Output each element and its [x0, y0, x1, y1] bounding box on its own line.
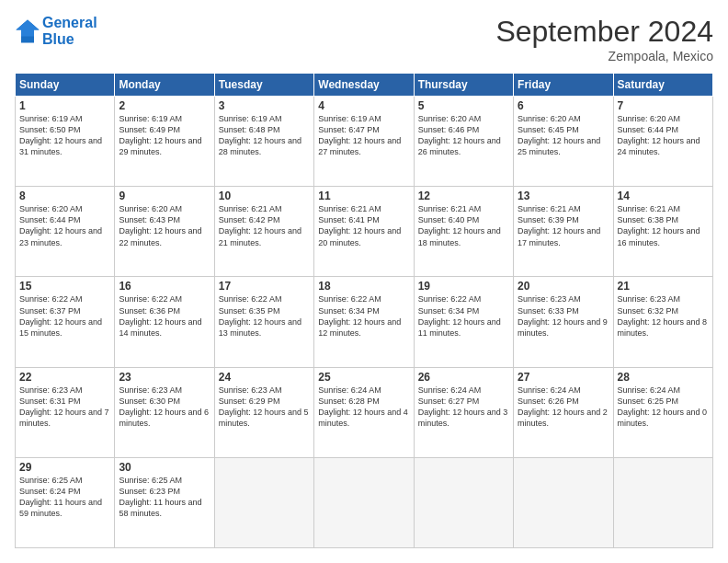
- day-info: Sunrise: 6:22 AMSunset: 6:34 PMDaylight:…: [418, 293, 509, 339]
- page: General Blue September 2024 Zempoala, Me…: [0, 0, 728, 563]
- day-number: 27: [518, 371, 609, 384]
- day-info: Sunrise: 6:21 AMSunset: 6:39 PMDaylight:…: [518, 203, 609, 248]
- day-number: 22: [19, 371, 110, 384]
- day-info: Sunrise: 6:20 AMSunset: 6:45 PMDaylight:…: [518, 113, 609, 158]
- calendar-cell: 29 Sunrise: 6:25 AMSunset: 6:24 PMDaylig…: [16, 457, 115, 547]
- calendar-cell: 2 Sunrise: 6:19 AMSunset: 6:49 PMDayligh…: [115, 97, 214, 187]
- calendar-cell: [514, 457, 613, 547]
- day-number: 15: [19, 280, 110, 293]
- day-number: 1: [19, 99, 110, 112]
- day-number: 11: [318, 190, 409, 202]
- calendar-cell: 24 Sunrise: 6:23 AMSunset: 6:29 PMDaylig…: [214, 367, 313, 457]
- day-info: Sunrise: 6:21 AMSunset: 6:42 PMDaylight:…: [219, 203, 310, 248]
- calendar-cell: 28 Sunrise: 6:24 AMSunset: 6:25 PMDaylig…: [613, 367, 712, 457]
- calendar-cell: [414, 457, 513, 547]
- col-tuesday: Tuesday: [214, 74, 313, 97]
- calendar-cell: 25 Sunrise: 6:24 AMSunset: 6:28 PMDaylig…: [314, 367, 414, 457]
- day-info: Sunrise: 6:21 AMSunset: 6:38 PMDaylight:…: [618, 203, 709, 248]
- day-number: 8: [19, 190, 110, 202]
- calendar-cell: 23 Sunrise: 6:23 AMSunset: 6:30 PMDaylig…: [115, 367, 214, 457]
- day-info: Sunrise: 6:24 AMSunset: 6:27 PMDaylight:…: [418, 385, 509, 430]
- day-info: Sunrise: 6:19 AMSunset: 6:49 PMDaylight:…: [119, 113, 210, 158]
- col-sunday: Sunday: [16, 74, 115, 97]
- calendar-row: 15 Sunrise: 6:22 AMSunset: 6:37 PMDaylig…: [16, 277, 713, 367]
- col-thursday: Thursday: [414, 74, 513, 97]
- calendar-cell: 7 Sunrise: 6:20 AMSunset: 6:44 PMDayligh…: [613, 97, 712, 187]
- col-friday: Friday: [514, 74, 613, 97]
- calendar-cell: [613, 457, 712, 547]
- calendar-row: 1 Sunrise: 6:19 AMSunset: 6:50 PMDayligh…: [16, 97, 713, 187]
- svg-marker-1: [16, 19, 39, 36]
- calendar-row: 8 Sunrise: 6:20 AMSunset: 6:44 PMDayligh…: [16, 187, 713, 277]
- day-number: 14: [618, 190, 709, 202]
- day-info: Sunrise: 6:24 AMSunset: 6:28 PMDaylight:…: [318, 385, 409, 430]
- calendar-cell: 22 Sunrise: 6:23 AMSunset: 6:31 PMDaylig…: [16, 367, 115, 457]
- day-info: Sunrise: 6:22 AMSunset: 6:37 PMDaylight:…: [19, 293, 110, 339]
- day-number: 26: [418, 371, 509, 384]
- day-number: 9: [119, 190, 210, 202]
- day-info: Sunrise: 6:24 AMSunset: 6:25 PMDaylight:…: [618, 385, 709, 430]
- day-number: 25: [318, 371, 409, 384]
- calendar-cell: 18 Sunrise: 6:22 AMSunset: 6:34 PMDaylig…: [314, 277, 414, 367]
- calendar-cell: [314, 457, 414, 547]
- day-info: Sunrise: 6:24 AMSunset: 6:26 PMDaylight:…: [518, 385, 609, 430]
- day-info: Sunrise: 6:23 AMSunset: 6:33 PMDaylight:…: [518, 293, 609, 339]
- day-number: 19: [418, 280, 509, 293]
- day-info: Sunrise: 6:25 AMSunset: 6:23 PMDaylight:…: [119, 475, 210, 520]
- calendar-header-row: Sunday Monday Tuesday Wednesday Thursday…: [16, 74, 713, 97]
- day-number: 30: [119, 461, 210, 474]
- day-info: Sunrise: 6:23 AMSunset: 6:32 PMDaylight:…: [618, 293, 709, 339]
- calendar-cell: 1 Sunrise: 6:19 AMSunset: 6:50 PMDayligh…: [16, 97, 115, 187]
- title-block: September 2024 Zempoala, Mexico: [495, 15, 713, 63]
- calendar-cell: 14 Sunrise: 6:21 AMSunset: 6:38 PMDaylig…: [613, 187, 712, 277]
- day-info: Sunrise: 6:20 AMSunset: 6:46 PMDaylight:…: [418, 113, 509, 158]
- calendar-cell: 16 Sunrise: 6:22 AMSunset: 6:36 PMDaylig…: [115, 277, 214, 367]
- col-saturday: Saturday: [613, 74, 712, 97]
- calendar-cell: 15 Sunrise: 6:22 AMSunset: 6:37 PMDaylig…: [16, 277, 115, 367]
- calendar-cell: 3 Sunrise: 6:19 AMSunset: 6:48 PMDayligh…: [214, 97, 313, 187]
- calendar-cell: 8 Sunrise: 6:20 AMSunset: 6:44 PMDayligh…: [16, 187, 115, 277]
- day-number: 12: [418, 190, 509, 202]
- col-wednesday: Wednesday: [314, 74, 414, 97]
- day-info: Sunrise: 6:20 AMSunset: 6:44 PMDaylight:…: [618, 113, 709, 158]
- calendar-cell: 13 Sunrise: 6:21 AMSunset: 6:39 PMDaylig…: [514, 187, 613, 277]
- calendar-cell: 11 Sunrise: 6:21 AMSunset: 6:41 PMDaylig…: [314, 187, 414, 277]
- header: General Blue September 2024 Zempoala, Me…: [15, 15, 713, 63]
- calendar-cell: 10 Sunrise: 6:21 AMSunset: 6:42 PMDaylig…: [214, 187, 313, 277]
- day-number: 5: [418, 99, 509, 112]
- day-info: Sunrise: 6:20 AMSunset: 6:44 PMDaylight:…: [19, 203, 110, 248]
- calendar-cell: 5 Sunrise: 6:20 AMSunset: 6:46 PMDayligh…: [414, 97, 513, 187]
- calendar-cell: 26 Sunrise: 6:24 AMSunset: 6:27 PMDaylig…: [414, 367, 513, 457]
- day-number: 17: [219, 280, 310, 293]
- day-info: Sunrise: 6:23 AMSunset: 6:29 PMDaylight:…: [219, 385, 310, 430]
- day-number: 28: [618, 371, 709, 384]
- day-info: Sunrise: 6:23 AMSunset: 6:30 PMDaylight:…: [119, 385, 210, 430]
- day-info: Sunrise: 6:21 AMSunset: 6:41 PMDaylight:…: [318, 203, 409, 248]
- day-info: Sunrise: 6:25 AMSunset: 6:24 PMDaylight:…: [19, 475, 110, 520]
- day-number: 16: [119, 280, 210, 293]
- calendar-cell: 19 Sunrise: 6:22 AMSunset: 6:34 PMDaylig…: [414, 277, 513, 367]
- day-info: Sunrise: 6:22 AMSunset: 6:35 PMDaylight:…: [219, 293, 310, 339]
- month-title: September 2024: [495, 15, 713, 49]
- day-info: Sunrise: 6:20 AMSunset: 6:43 PMDaylight:…: [119, 203, 210, 248]
- day-info: Sunrise: 6:19 AMSunset: 6:50 PMDaylight:…: [19, 113, 110, 158]
- logo-icon: [15, 18, 40, 44]
- logo-text: General Blue: [42, 15, 97, 47]
- calendar-cell: 4 Sunrise: 6:19 AMSunset: 6:47 PMDayligh…: [314, 97, 414, 187]
- day-number: 2: [119, 99, 210, 112]
- day-number: 13: [518, 190, 609, 202]
- day-info: Sunrise: 6:22 AMSunset: 6:36 PMDaylight:…: [119, 293, 210, 339]
- day-number: 3: [219, 99, 310, 112]
- logo: General Blue: [15, 15, 97, 47]
- day-number: 4: [318, 99, 409, 112]
- calendar-cell: 12 Sunrise: 6:21 AMSunset: 6:40 PMDaylig…: [414, 187, 513, 277]
- calendar-row: 29 Sunrise: 6:25 AMSunset: 6:24 PMDaylig…: [16, 457, 713, 547]
- day-number: 20: [518, 280, 609, 293]
- day-number: 24: [219, 371, 310, 384]
- day-info: Sunrise: 6:22 AMSunset: 6:34 PMDaylight:…: [318, 293, 409, 339]
- calendar-cell: 17 Sunrise: 6:22 AMSunset: 6:35 PMDaylig…: [214, 277, 313, 367]
- day-number: 29: [19, 461, 110, 474]
- calendar: Sunday Monday Tuesday Wednesday Thursday…: [15, 73, 713, 548]
- calendar-cell: 9 Sunrise: 6:20 AMSunset: 6:43 PMDayligh…: [115, 187, 214, 277]
- day-number: 23: [119, 371, 210, 384]
